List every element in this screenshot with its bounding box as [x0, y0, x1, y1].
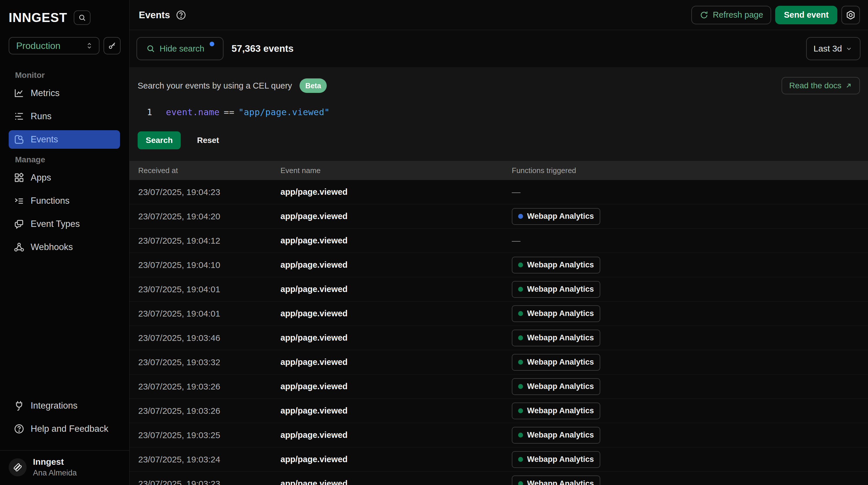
table-row[interactable]: 23/07/2025, 19:03:25 app/page.viewed Web… — [129, 423, 868, 447]
table-row[interactable]: 23/07/2025, 19:03:24 app/page.viewed Web… — [129, 447, 868, 472]
cell-event-name: app/page.viewed — [280, 455, 512, 464]
notification-dot — [210, 42, 214, 46]
settings-button[interactable] — [841, 6, 860, 24]
empty-dash: — — [512, 187, 521, 197]
events-count: 57,363 events — [231, 43, 294, 54]
table-row[interactable]: 23/07/2025, 19:04:23 app/page.viewed — — [129, 180, 868, 204]
table-row[interactable]: 23/07/2025, 19:04:01 app/page.viewed Web… — [129, 302, 868, 326]
table-row[interactable]: 23/07/2025, 19:04:12 app/page.viewed — — [129, 229, 868, 253]
table-row[interactable]: 23/07/2025, 19:03:32 app/page.viewed Web… — [129, 350, 868, 374]
environment-select[interactable]: Production — [9, 37, 99, 54]
cell-received-at: 23/07/2025, 19:04:20 — [138, 211, 280, 221]
cel-query-editor[interactable]: 1 event.name=="app/page.viewed" — [137, 102, 860, 122]
sidebar-footer: Integrations Help and Feedback — [0, 396, 129, 443]
table-header: Received at Event name Functions trigger… — [129, 161, 868, 180]
function-badge[interactable]: Webapp Analytics — [512, 378, 600, 395]
sidebar-item-help-and-feedback[interactable]: Help and Feedback — [9, 420, 120, 438]
webhook-nodes-icon — [13, 241, 25, 253]
reset-button-label: Reset — [197, 136, 219, 145]
function-badge-label: Webapp Analytics — [527, 455, 594, 464]
terminal-list-icon — [13, 195, 25, 207]
apps-grid-icon — [13, 172, 25, 183]
send-event-label: Send event — [784, 10, 829, 20]
function-badge[interactable]: Webapp Analytics — [512, 257, 600, 274]
sidebar-item-label: Events — [31, 134, 58, 145]
profile-org-name: Inngest — [33, 457, 77, 467]
page-help-button[interactable] — [175, 9, 188, 21]
refresh-page-button[interactable]: Refresh page — [691, 6, 771, 24]
cell-functions-triggered: Webapp Analytics — [512, 402, 868, 419]
app-root: INNGEST Production — [0, 0, 868, 485]
hide-search-label: Hide search — [160, 44, 205, 54]
table-row[interactable]: 23/07/2025, 19:03:46 app/page.viewed Web… — [129, 326, 868, 350]
table-row[interactable]: 23/07/2025, 19:04:10 app/page.viewed Web… — [129, 253, 868, 277]
sidebar-item-webhooks[interactable]: Webhooks — [9, 238, 120, 256]
function-badge[interactable]: Webapp Analytics — [512, 305, 600, 322]
send-event-button[interactable]: Send event — [775, 6, 837, 24]
cell-event-name: app/page.viewed — [280, 382, 512, 391]
environment-label: Production — [16, 40, 85, 51]
sidebar-item-apps[interactable]: Apps — [9, 168, 120, 187]
cell-received-at: 23/07/2025, 19:03:26 — [138, 406, 280, 416]
read-the-docs-button[interactable]: Read the docs — [781, 77, 860, 94]
time-range-select[interactable]: Last 3d — [806, 37, 861, 60]
function-badge[interactable]: Webapp Analytics — [512, 451, 600, 468]
sidebar-item-integrations[interactable]: Integrations — [9, 396, 120, 415]
search-panel-title: Search your events by using a CEL query — [137, 81, 292, 91]
page-header: Events — [129, 0, 868, 30]
event-keys-button[interactable] — [103, 37, 121, 54]
function-badge[interactable]: Webapp Analytics — [512, 427, 600, 444]
cell-functions-triggered: Webapp Analytics — [512, 257, 868, 274]
sidebar-item-label: Webhooks — [31, 242, 73, 252]
reset-button[interactable]: Reset — [197, 136, 219, 145]
sidebar-item-metrics[interactable]: Metrics — [9, 84, 120, 103]
table-row[interactable]: 23/07/2025, 19:03:26 app/page.viewed Web… — [129, 399, 868, 423]
cell-event-name: app/page.viewed — [280, 406, 512, 416]
cell-event-name: app/page.viewed — [280, 284, 512, 294]
function-badge[interactable]: Webapp Analytics — [512, 208, 600, 225]
table-row[interactable]: 23/07/2025, 19:04:20 app/page.viewed Web… — [129, 204, 868, 229]
cell-event-name: app/page.viewed — [280, 333, 512, 343]
table-row[interactable]: 23/07/2025, 19:04:01 app/page.viewed Web… — [129, 277, 868, 302]
status-dot — [518, 262, 523, 267]
function-badge[interactable]: Webapp Analytics — [512, 281, 600, 298]
nav-section-manage: Manage — [15, 155, 120, 164]
status-dot — [518, 214, 523, 219]
function-badge[interactable]: Webapp Analytics — [512, 402, 600, 419]
code-token-string: "app/page.viewed" — [239, 107, 330, 117]
page-title: Events — [139, 9, 170, 21]
table-row[interactable]: 23/07/2025, 19:03:26 app/page.viewed Web… — [129, 374, 868, 399]
sidebar-item-functions[interactable]: Functions — [9, 192, 120, 210]
status-dot — [518, 311, 523, 316]
hide-search-button[interactable]: Hide search — [136, 37, 223, 60]
sidebar-item-event-types[interactable]: Event Types — [9, 215, 120, 233]
question-circle-icon — [175, 9, 188, 21]
external-link-icon — [845, 82, 852, 89]
cell-received-at: 23/07/2025, 19:03:26 — [138, 382, 280, 392]
queue-list-icon — [13, 111, 25, 122]
avatar — [9, 458, 27, 476]
plug-icon — [13, 400, 25, 411]
table-body: 23/07/2025, 19:04:23 app/page.viewed — 2… — [129, 180, 868, 485]
sidebar-item-runs[interactable]: Runs — [9, 107, 120, 125]
sidebar-item-label: Metrics — [31, 88, 60, 98]
sidebar-item-label: Event Types — [31, 219, 80, 229]
cel-query-code[interactable]: event.name=="app/page.viewed" — [166, 107, 330, 117]
cell-functions-triggered: Webapp Analytics — [512, 451, 868, 468]
cell-functions-triggered: Webapp Analytics — [512, 354, 868, 371]
table-row[interactable]: 23/07/2025, 19:03:23 app/page.viewed Web… — [129, 472, 868, 485]
function-badge[interactable]: Webapp Analytics — [512, 476, 600, 485]
search-button[interactable]: Search — [137, 132, 181, 149]
editor-line-number: 1 — [139, 107, 152, 117]
sidebar-top: INNGEST Production — [0, 0, 129, 54]
cell-received-at: 23/07/2025, 19:03:32 — [138, 358, 280, 367]
cell-received-at: 23/07/2025, 19:03:46 — [138, 333, 280, 343]
function-badge-label: Webapp Analytics — [527, 479, 594, 485]
cell-functions-triggered: Webapp Analytics — [512, 476, 868, 485]
global-search-button[interactable] — [74, 10, 91, 25]
profile-menu[interactable]: Inngest Ana Almeida — [0, 450, 129, 485]
sidebar-item-events[interactable]: Events — [9, 130, 120, 149]
function-badge[interactable]: Webapp Analytics — [512, 354, 600, 371]
function-badge[interactable]: Webapp Analytics — [512, 330, 600, 346]
profile-user-name: Ana Almeida — [33, 468, 77, 478]
